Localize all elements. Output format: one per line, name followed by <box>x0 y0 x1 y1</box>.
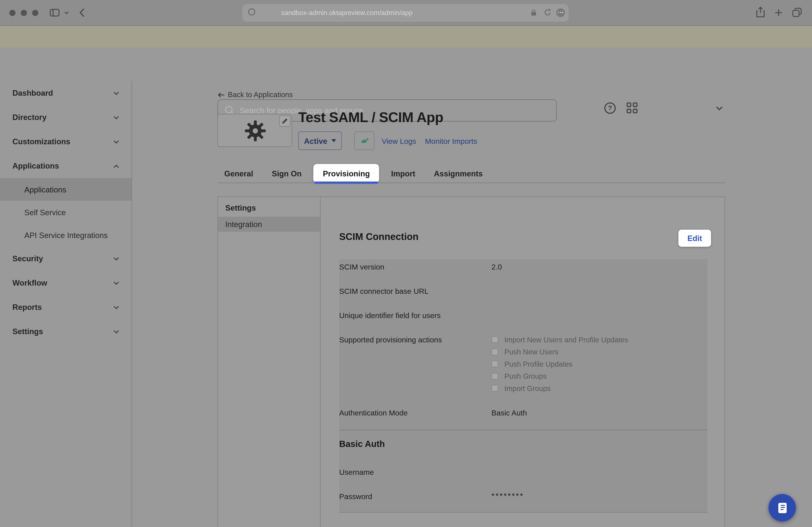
action-row: Import New Users and Profile Updates <box>491 334 628 346</box>
sidebar-item-settings[interactable]: Settings <box>0 319 132 344</box>
dropdown-caret-icon <box>331 139 336 142</box>
app-logo-tile <box>218 114 292 147</box>
checkbox-import-new-users[interactable] <box>491 336 498 343</box>
notification-banner <box>0 26 812 47</box>
screen: sandbox-admin.oktapreview.com/admin/app <box>0 0 812 527</box>
monitor-imports-link[interactable]: Monitor Imports <box>425 137 477 145</box>
app-integration-badge[interactable] <box>354 131 375 150</box>
page-title: Test SAML / SCIM App <box>299 110 444 126</box>
tab-provisioning[interactable]: Provisioning <box>314 164 379 182</box>
field-label-provisioning-actions: Supported provisioning actions <box>339 336 442 344</box>
section-title: SCIM Connection <box>339 231 419 243</box>
window-minimize-button[interactable] <box>21 10 27 16</box>
chevron-down-icon <box>113 140 119 144</box>
sidebar-subitem-applications[interactable]: Applications <box>0 178 132 201</box>
action-row: Import Groups <box>491 382 628 394</box>
content-blocker-icon[interactable] <box>248 8 255 15</box>
provisioning-actions-list: Import New Users and Profile Updates Pus… <box>491 334 628 394</box>
provisioning-card: Settings Integration SCIM Connection Edi… <box>218 197 725 527</box>
view-logs-link[interactable]: View Logs <box>382 137 416 145</box>
sidebar-item-customizations[interactable]: Customizations <box>0 129 132 153</box>
back-button-icon[interactable] <box>79 8 85 18</box>
gear-icon <box>244 120 267 142</box>
chevron-down-icon <box>113 116 119 119</box>
lock-icon <box>531 9 536 16</box>
tab-assignments[interactable]: Assignments <box>427 164 489 182</box>
checkbox-push-new-users[interactable] <box>491 348 498 355</box>
toolbar-chevron-down-icon[interactable] <box>64 11 69 15</box>
chevron-down-icon <box>113 281 119 285</box>
tab-import[interactable]: Import <box>385 164 422 182</box>
field-value-scim-version: 2.0 <box>491 263 502 271</box>
chevron-up-icon <box>113 164 119 168</box>
url-text: sandbox-admin.oktapreview.com/admin/app <box>281 9 412 17</box>
header-links: View Logs Monitor Imports <box>382 137 477 145</box>
edit-logo-button[interactable] <box>279 115 291 127</box>
back-arrow-icon <box>218 92 225 97</box>
field-label-unique-identifier: Unique identifier field for users <box>339 311 441 320</box>
sidebar-item-workflow[interactable]: Workflow <box>0 271 132 295</box>
checkbox-push-groups[interactable] <box>491 373 498 379</box>
user-menu-chevron-icon[interactable] <box>716 106 723 111</box>
chevron-down-icon <box>113 257 119 260</box>
subnav-title: Settings <box>218 197 320 217</box>
action-row: Push Profile Updates <box>491 358 628 370</box>
basic-auth-title: Basic Auth <box>339 439 385 450</box>
field-value-auth-mode: Basic Auth <box>491 409 527 417</box>
document-icon <box>777 501 788 514</box>
browser-chrome: sandbox-admin.oktapreview.com/admin/app <box>0 0 812 26</box>
scim-connection-form: SCIM version 2.0 SCIM connector base URL… <box>339 259 707 513</box>
field-label-scim-version: SCIM version <box>339 263 384 271</box>
sidebar-subitem-self-service[interactable]: Self Service <box>0 201 132 224</box>
settings-subnav: Settings Integration <box>218 197 321 527</box>
section-divider <box>339 430 707 430</box>
sidebar-item-dashboard[interactable]: Dashboard <box>0 81 132 105</box>
address-bar[interactable]: sandbox-admin.oktapreview.com/admin/app <box>242 4 569 22</box>
page-settings-more-icon[interactable] <box>556 8 565 17</box>
app-integration-icon <box>360 137 369 145</box>
checkbox-push-profile-updates[interactable] <box>491 361 498 367</box>
sidebar-item-reports[interactable]: Reports <box>0 295 132 319</box>
reload-icon[interactable] <box>543 8 551 16</box>
tab-sign-on[interactable]: Sign On <box>265 164 308 182</box>
edit-button[interactable]: Edit <box>678 230 711 247</box>
chevron-down-icon <box>113 330 119 333</box>
apps-grid-icon[interactable] <box>626 103 638 114</box>
action-row: Push Groups <box>491 370 628 382</box>
help-icon[interactable]: ? <box>604 103 616 114</box>
field-label-auth-mode: Authentication Mode <box>339 409 408 417</box>
chevron-down-icon <box>113 305 119 309</box>
help-widget-button[interactable] <box>768 494 796 522</box>
sidebar-item-applications[interactable]: Applications <box>0 153 132 178</box>
sidebar-item-security[interactable]: Security <box>0 246 132 271</box>
back-to-applications-link[interactable]: Back to Applications <box>218 91 293 99</box>
tab-general[interactable]: General <box>218 164 260 182</box>
field-label-password: Password <box>339 492 372 501</box>
new-tab-icon[interactable] <box>775 9 783 17</box>
chevron-down-icon <box>113 91 119 95</box>
field-label-username: Username <box>339 468 374 476</box>
window-close-button[interactable] <box>9 10 15 16</box>
app-status-dropdown[interactable]: Active <box>299 131 342 150</box>
window-zoom-button[interactable] <box>32 10 38 16</box>
tab-overview-icon[interactable] <box>792 8 802 17</box>
action-row: Push New Users <box>491 346 628 358</box>
tabs-divider <box>218 182 725 183</box>
pencil-icon <box>281 118 288 125</box>
sidebar-toggle-icon[interactable] <box>50 9 60 17</box>
checkbox-import-groups[interactable] <box>491 385 498 392</box>
sidebar-item-directory[interactable]: Directory <box>0 105 132 129</box>
sidebar-subitem-api-service-integrations[interactable]: API Service Integrations <box>0 224 132 246</box>
okta-topbar: okta ? <box>0 47 812 81</box>
field-value-password: ******** <box>491 492 524 500</box>
app-tabs: General Sign On Provisioning Import Assi… <box>218 164 495 183</box>
field-label-base-url: SCIM connector base URL <box>339 287 429 295</box>
subnav-item-integration[interactable]: Integration <box>218 217 320 232</box>
admin-sidebar: Dashboard Directory Customizations Appli… <box>0 81 132 527</box>
share-icon[interactable] <box>756 7 765 17</box>
